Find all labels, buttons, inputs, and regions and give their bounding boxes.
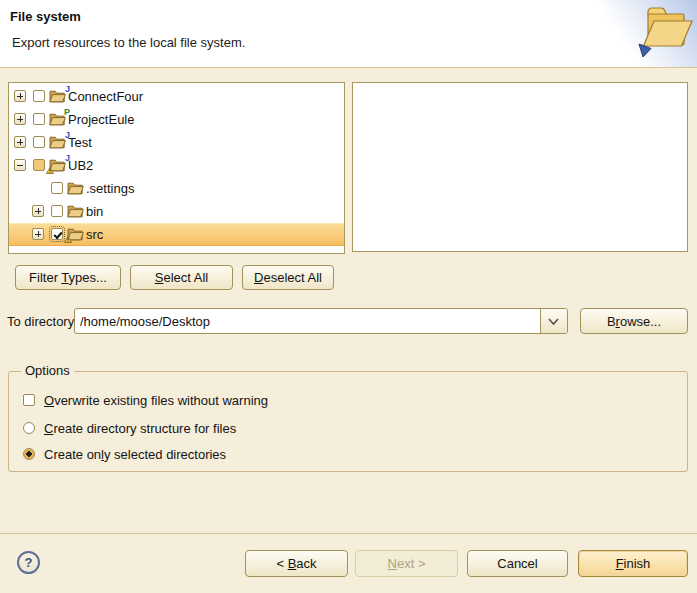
tree-item-projecteule[interactable]: PProjectEule xyxy=(9,108,344,131)
item-checkbox[interactable] xyxy=(33,113,45,125)
select-all-button[interactable]: Select All xyxy=(130,265,233,290)
create-structure-radio[interactable] xyxy=(23,422,35,434)
create-structure-option-row[interactable]: Create directory structure for files xyxy=(23,419,236,436)
tree-item-test[interactable]: JTest xyxy=(9,131,344,154)
page-subtitle: Export resources to the local file syste… xyxy=(12,35,245,50)
tree-item-label: src xyxy=(86,227,103,242)
finish-button[interactable]: Finish xyxy=(578,550,688,577)
expand-icon[interactable] xyxy=(32,205,44,217)
directory-input[interactable] xyxy=(75,309,546,333)
expand-icon[interactable] xyxy=(14,136,26,148)
filter-types-button[interactable]: Filter Types... xyxy=(15,265,121,290)
combo-dropdown-button[interactable] xyxy=(540,309,567,333)
help-button[interactable]: ? xyxy=(17,551,40,574)
tree-item-settings[interactable]: .settings xyxy=(9,177,344,200)
tree-item-label: ProjectEule xyxy=(68,112,134,127)
cancel-button[interactable]: Cancel xyxy=(467,550,568,577)
export-folder-icon xyxy=(631,2,693,62)
warning-decorator-icon xyxy=(46,167,54,174)
project-open-folder-icon: P xyxy=(49,112,66,126)
item-checkbox[interactable] xyxy=(51,182,63,194)
next-button[interactable]: Next > xyxy=(355,550,458,577)
overwrite-checkbox[interactable] xyxy=(23,394,35,406)
back-button[interactable]: < Back xyxy=(245,550,348,577)
footer-separator xyxy=(0,533,697,534)
to-directory-label: To directory: xyxy=(7,314,78,329)
java-project-open-folder-icon: J xyxy=(49,89,66,103)
tree-item-label: UB2 xyxy=(68,158,93,173)
tree-item-label: Test xyxy=(68,135,92,150)
options-legend: Options xyxy=(21,363,74,378)
expand-icon[interactable] xyxy=(14,90,26,102)
create-selected-only-option-row[interactable]: Create only selected directories xyxy=(23,445,226,462)
overwrite-option-row[interactable]: Overwrite existing files without warning xyxy=(23,391,268,408)
item-checkbox[interactable] xyxy=(33,90,45,102)
item-checkbox[interactable] xyxy=(33,159,45,171)
resource-tree[interactable]: JConnectFourPProjectEuleJTestJUB2.settin… xyxy=(8,82,345,254)
item-checkbox[interactable] xyxy=(51,205,63,217)
export-wizard-dialog: File system Export resources to the loca… xyxy=(0,0,697,593)
expand-icon[interactable] xyxy=(32,228,44,240)
tree-item-label: bin xyxy=(86,204,103,219)
tree-item-ub2[interactable]: JUB2 xyxy=(9,154,344,177)
create-structure-label: Create directory structure for files xyxy=(44,421,236,436)
item-checkbox[interactable] xyxy=(51,228,63,240)
options-group: Options Overwrite existing files without… xyxy=(8,371,688,472)
item-checkbox[interactable] xyxy=(33,136,45,148)
wizard-header: File system Export resources to the loca… xyxy=(0,0,697,68)
tree-item-connectfour[interactable]: JConnectFour xyxy=(9,85,344,108)
directory-combo[interactable] xyxy=(74,308,568,334)
create-selected-only-radio[interactable] xyxy=(23,448,35,460)
create-selected-only-label: Create only selected directories xyxy=(44,447,226,462)
tree-item-label: .settings xyxy=(86,181,134,196)
browse-button[interactable]: Browse... xyxy=(580,308,688,334)
java-project-open-folder-icon: J xyxy=(49,135,66,149)
open-folder-icon xyxy=(67,204,84,218)
warning-decorator-icon xyxy=(64,236,72,243)
tree-item-src[interactable]: src xyxy=(9,223,344,246)
tree-item-label: ConnectFour xyxy=(68,89,143,104)
open-folder-icon xyxy=(67,181,84,195)
java-project-open-folder-icon: J xyxy=(49,158,66,172)
collapse-icon[interactable] xyxy=(14,159,26,171)
tree-item-bin[interactable]: bin xyxy=(9,200,344,223)
deselect-all-button[interactable]: Deselect All xyxy=(242,265,334,290)
open-folder-icon xyxy=(67,227,84,241)
page-title: File system xyxy=(10,9,81,24)
expand-icon[interactable] xyxy=(14,113,26,125)
overwrite-label: Overwrite existing files without warning xyxy=(44,393,268,408)
resource-detail-panel[interactable] xyxy=(352,82,688,252)
